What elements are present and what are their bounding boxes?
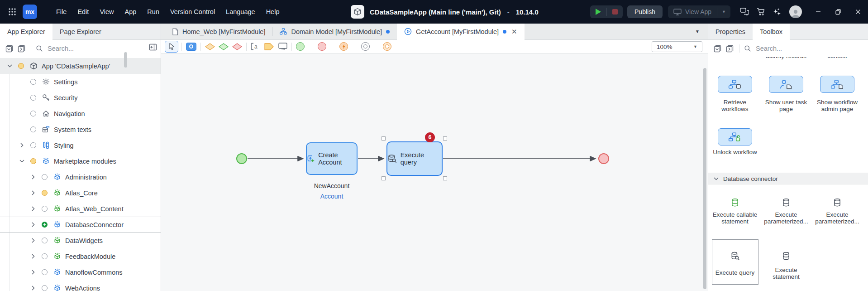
chevron-right-icon[interactable] bbox=[29, 286, 37, 291]
add-object-tool-button[interactable] bbox=[185, 41, 197, 53]
toolbox-item-retrieve-workflows[interactable] bbox=[718, 76, 752, 93]
chevron-right-icon[interactable] bbox=[29, 175, 37, 179]
toolbox-item-execute-statement-icon[interactable] bbox=[781, 251, 791, 261]
chevron-right-icon[interactable] bbox=[18, 143, 26, 148]
chevron-right-icon[interactable] bbox=[29, 238, 37, 243]
toolbox-item-execute-parameterized2-icon[interactable] bbox=[832, 198, 842, 208]
tree-item-marketplace-modules[interactable]: Marketplace modules bbox=[0, 153, 161, 169]
add-start-event-button[interactable] bbox=[295, 41, 305, 53]
microflow-canvas[interactable]: e Create Account Execute query 6 NewAcco… bbox=[161, 53, 708, 291]
add-loop-button[interactable] bbox=[277, 41, 288, 53]
execute-query-activity[interactable]: Execute query bbox=[386, 141, 443, 176]
menu-edit[interactable]: Edit bbox=[73, 5, 93, 19]
add-annotation-button[interactable]: a bbox=[250, 41, 261, 53]
chevron-right-icon[interactable] bbox=[29, 254, 37, 259]
tree-item-security[interactable]: Security bbox=[0, 90, 161, 106]
tree-item-settings[interactable]: Settings bbox=[0, 74, 161, 90]
search-input[interactable] bbox=[756, 45, 824, 52]
tree-item-styling[interactable]: Styling bbox=[0, 137, 161, 153]
add-merge-button[interactable] bbox=[231, 41, 243, 53]
tab-overflow-dropdown[interactable]: ▼ bbox=[695, 29, 700, 34]
tab-properties[interactable]: Properties bbox=[708, 24, 753, 39]
toolbox-item-execute-query-icon[interactable] bbox=[730, 251, 740, 261]
dock-panel-button[interactable] bbox=[149, 44, 157, 53]
toolbox-item-unlock-workflow[interactable] bbox=[718, 128, 752, 146]
selection-handle[interactable] bbox=[382, 176, 386, 180]
toolbox-item-execute-query-selected[interactable] bbox=[712, 239, 758, 285]
tree-item-nanoflow-commons[interactable]: NanoflowCommons bbox=[0, 264, 161, 280]
ai-assist-button[interactable] bbox=[769, 4, 785, 19]
view-app-dropdown[interactable]: ▼ bbox=[717, 10, 730, 14]
tree-item-atlas-core[interactable]: Atlas_Core bbox=[0, 185, 161, 201]
publish-button[interactable]: Publish bbox=[627, 5, 663, 18]
tree-item-app[interactable]: App 'CDataSampleApp' bbox=[0, 58, 161, 74]
sidebar-scrollbar[interactable] bbox=[124, 52, 127, 68]
menu-view[interactable]: View bbox=[95, 5, 118, 19]
canvas-scrollbar[interactable] bbox=[703, 68, 706, 289]
feedback-button[interactable] bbox=[737, 4, 752, 19]
tree-item-database-connector[interactable]: DatabaseConnector bbox=[0, 217, 161, 233]
tree-item-web-actions[interactable]: WebActions bbox=[0, 280, 161, 291]
end-event[interactable] bbox=[598, 153, 609, 164]
chevron-down-icon[interactable] bbox=[5, 64, 14, 68]
create-account-activity[interactable]: e Create Account bbox=[306, 142, 358, 175]
menu-app[interactable]: App bbox=[121, 5, 141, 19]
minimize-button[interactable] bbox=[808, 0, 828, 24]
close-button[interactable] bbox=[848, 0, 868, 24]
start-event[interactable] bbox=[236, 153, 247, 164]
chevron-right-icon[interactable] bbox=[29, 222, 37, 227]
mendix-logo[interactable]: mx bbox=[23, 5, 37, 19]
search-input[interactable] bbox=[48, 45, 115, 52]
toolbox-item-execute-callable-icon[interactable] bbox=[730, 198, 740, 208]
add-error-event-button[interactable] bbox=[339, 41, 349, 53]
tab-app-explorer[interactable]: App Explorer bbox=[0, 24, 52, 40]
collapse-all-button[interactable] bbox=[714, 45, 721, 53]
marketplace-button[interactable] bbox=[753, 4, 768, 19]
toolbox-item-execute-parameterized-icon[interactable] bbox=[781, 198, 791, 208]
tree-item-administration[interactable]: Administration bbox=[0, 169, 161, 185]
doc-tab-home-web[interactable]: Home_Web [MyFirstModule] bbox=[165, 24, 272, 39]
tree-item-data-widgets[interactable]: DataWidgets bbox=[0, 233, 161, 248]
toolbox-item-show-user-task-page[interactable] bbox=[769, 76, 803, 93]
section-database-connector[interactable]: Database connector bbox=[708, 173, 868, 184]
tree-item-atlas-web-content[interactable]: Atlas_Web_Content bbox=[0, 201, 161, 217]
view-app-button[interactable]: View App ▼ bbox=[668, 5, 730, 18]
close-tab-icon[interactable]: ✕ bbox=[511, 28, 517, 36]
add-object-type-decision-button[interactable] bbox=[218, 41, 229, 53]
chevron-right-icon[interactable] bbox=[29, 190, 37, 195]
menu-run[interactable]: Run bbox=[143, 5, 163, 19]
add-parameter-button[interactable] bbox=[263, 41, 275, 53]
expand-all-button[interactable] bbox=[726, 45, 734, 53]
app-grid-icon[interactable] bbox=[5, 4, 20, 19]
doc-tab-domain-model[interactable]: Domain Model [MyFirstModule] bbox=[272, 24, 397, 39]
expand-all-button[interactable] bbox=[18, 45, 25, 53]
tree-item-feedback-module[interactable]: FeedbackModule bbox=[0, 248, 161, 264]
user-avatar[interactable] bbox=[789, 5, 802, 18]
tree-item-navigation[interactable]: Navigation bbox=[0, 106, 161, 121]
tab-toolbox[interactable]: Toolbox bbox=[753, 24, 790, 40]
select-tool-button[interactable] bbox=[165, 41, 178, 53]
add-continue-event-button[interactable] bbox=[382, 41, 392, 53]
menu-language[interactable]: Language bbox=[222, 5, 259, 19]
chevron-right-icon[interactable] bbox=[29, 206, 37, 211]
chevron-right-icon[interactable] bbox=[29, 270, 37, 275]
add-break-event-button[interactable] bbox=[360, 41, 371, 53]
add-decision-button[interactable] bbox=[204, 41, 216, 53]
menu-help[interactable]: Help bbox=[262, 5, 284, 19]
menu-version-control[interactable]: Version Control bbox=[166, 5, 219, 19]
chevron-down-icon[interactable] bbox=[18, 160, 26, 163]
doc-tab-get-account[interactable]: GetAccount [MyFirstModule] ✕ bbox=[397, 24, 525, 40]
selection-handle[interactable] bbox=[443, 136, 447, 141]
restore-button[interactable] bbox=[828, 0, 848, 24]
toolbox-item-show-workflow-admin-page[interactable] bbox=[820, 76, 854, 93]
run-button[interactable] bbox=[590, 5, 606, 18]
menu-file[interactable]: File bbox=[52, 5, 71, 19]
tab-page-explorer[interactable]: Page Explorer bbox=[52, 24, 109, 39]
selection-handle[interactable] bbox=[443, 176, 447, 180]
selection-handle[interactable] bbox=[382, 136, 386, 141]
tree-item-system-texts[interactable]: System texts bbox=[0, 121, 161, 137]
collapse-all-button[interactable] bbox=[5, 45, 13, 53]
stop-button[interactable] bbox=[607, 5, 623, 18]
zoom-level-select[interactable]: 100% ▼ bbox=[652, 41, 702, 52]
add-end-event-button[interactable] bbox=[317, 41, 327, 53]
